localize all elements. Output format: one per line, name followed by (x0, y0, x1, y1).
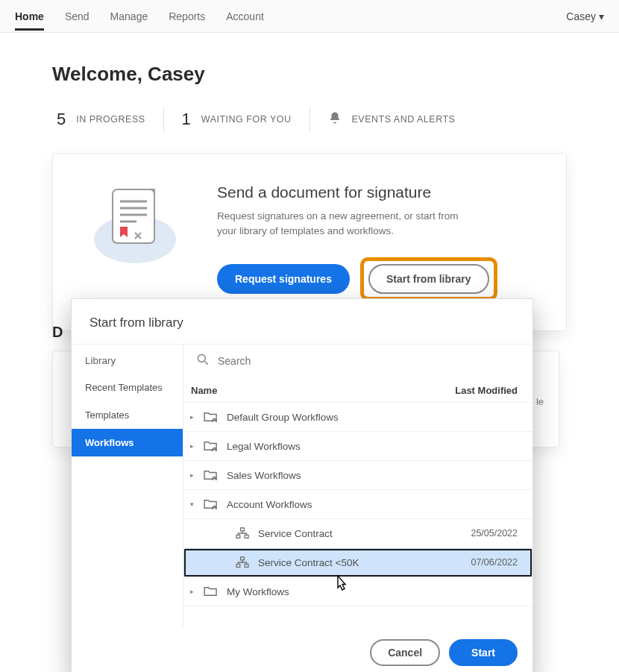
list-row[interactable]: Service Contract25/05/2022 (183, 519, 532, 548)
welcome-heading: Welcome, Casey (52, 63, 567, 86)
column-name: Name (191, 385, 217, 396)
svg-line-7 (205, 362, 208, 365)
expand-toggle-icon[interactable]: ▸ (188, 471, 195, 479)
status-count: 5 (57, 110, 66, 129)
cancel-button[interactable]: Cancel (370, 639, 440, 666)
svg-point-6 (198, 354, 205, 362)
nav-account[interactable]: Account (226, 1, 264, 31)
start-button[interactable]: Start (449, 639, 518, 666)
row-label: Default Group Workflows (227, 412, 510, 423)
start-from-library-modal: Start from library Library Recent Templa… (71, 298, 533, 672)
row-date: 25/05/2022 (471, 528, 518, 538)
truncated-heading: D (52, 324, 63, 341)
svg-rect-13 (236, 535, 240, 538)
workflow-list: ▸Default Group Workflows▸Legal Workflows… (183, 403, 532, 627)
status-row: 5 IN PROGRESS 1 WAITING FOR YOU EVENTS A… (52, 107, 567, 132)
search-input[interactable] (218, 355, 521, 367)
folder-shared-icon (203, 497, 219, 511)
status-count: 1 (182, 110, 191, 129)
status-label: WAITING FOR YOU (201, 114, 292, 125)
row-label: Sales Workflows (227, 470, 510, 481)
sidebar-item-workflows[interactable]: Workflows (72, 429, 183, 456)
row-date: 07/06/2022 (471, 557, 518, 568)
expand-toggle-icon[interactable]: ▾ (188, 500, 195, 508)
folder-shared-icon (203, 410, 219, 424)
workflow-icon (234, 527, 251, 540)
status-label: IN PROGRESS (76, 114, 145, 125)
folder-shared-icon (203, 468, 219, 482)
folder-shared-icon (203, 439, 219, 453)
expand-toggle-icon[interactable]: ▸ (188, 413, 195, 421)
list-header: Name Last Modified (183, 377, 532, 403)
nav-home[interactable]: Home (15, 1, 44, 31)
svg-rect-12 (241, 528, 245, 531)
modal-sidebar: Library Recent Templates Templates Workf… (72, 345, 183, 627)
row-label: Legal Workflows (227, 441, 510, 452)
svg-rect-14 (245, 535, 248, 538)
hero-description: Request signatures on a new agreement, o… (217, 209, 471, 239)
expand-toggle-icon[interactable]: ▸ (188, 442, 195, 450)
nav-manage[interactable]: Manage (110, 1, 148, 31)
sidebar-item-recent-templates[interactable]: Recent Templates (72, 374, 183, 401)
top-nav: Home Send Manage Reports Account Casey ▾ (0, 0, 619, 33)
sidebar-item-templates[interactable]: Templates (72, 401, 183, 429)
document-illustration (83, 183, 180, 266)
search-row (183, 345, 532, 377)
user-name: Casey (566, 10, 596, 22)
bell-icon (328, 111, 342, 128)
sidebar-heading: Library (72, 345, 183, 374)
status-in-progress[interactable]: 5 IN PROGRESS (52, 110, 163, 129)
tutorial-highlight: Start from library (360, 257, 497, 301)
list-row[interactable]: ▸Sales Workflows (183, 461, 532, 490)
user-menu[interactable]: Casey ▾ (566, 10, 604, 22)
row-label: Account Workflows (227, 499, 510, 510)
modal-title: Start from library (72, 299, 532, 344)
row-label: Service Contract (258, 528, 463, 539)
chevron-down-icon: ▾ (599, 10, 604, 22)
row-label: My Workflows (227, 586, 510, 597)
svg-rect-17 (245, 564, 248, 567)
request-signatures-button[interactable]: Request signatures (217, 264, 350, 294)
search-icon (195, 352, 210, 370)
expand-toggle-icon[interactable]: ▸ (188, 588, 195, 595)
row-label: Service Contract <50K (258, 557, 463, 568)
start-from-library-button[interactable]: Start from library (368, 264, 489, 294)
nav-send[interactable]: Send (65, 1, 89, 31)
svg-rect-1 (113, 189, 154, 243)
status-waiting[interactable]: 1 WAITING FOR YOU (164, 110, 310, 129)
list-row[interactable]: ▾Account Workflows (183, 490, 532, 519)
list-row[interactable]: ▸My Workflows (183, 577, 532, 606)
hero-title: Send a document for signature (217, 183, 497, 201)
svg-rect-16 (236, 564, 240, 567)
truncated-text: le (536, 396, 544, 407)
svg-rect-15 (241, 557, 245, 560)
list-row[interactable]: ▸Default Group Workflows (183, 403, 532, 432)
list-row[interactable]: Service Contract <50K07/06/2022 (183, 548, 532, 577)
nav-reports[interactable]: Reports (169, 1, 205, 31)
column-modified: Last Modified (455, 385, 518, 396)
list-row[interactable]: ▸Legal Workflows (183, 432, 532, 461)
workflow-icon (234, 556, 251, 569)
status-events[interactable]: EVENTS AND ALERTS (310, 111, 474, 128)
hero-text: Send a document for signature Request si… (217, 183, 497, 301)
folder-icon (203, 585, 219, 598)
status-label: EVENTS AND ALERTS (352, 114, 456, 125)
